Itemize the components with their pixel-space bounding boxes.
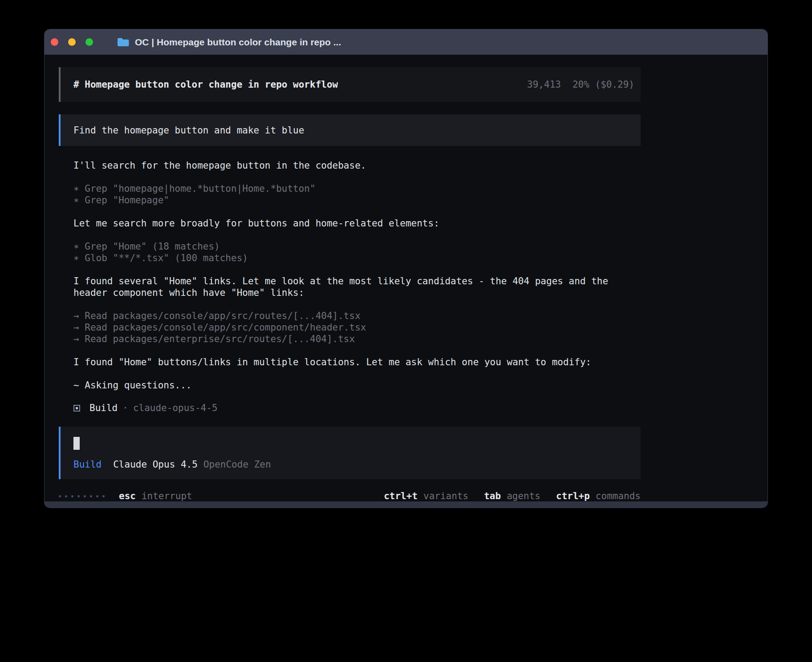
- session-title: # Homepage button color change in repo w…: [73, 79, 338, 90]
- agent-mode-label: Build: [89, 403, 118, 413]
- transcript-line: I found "Home" buttons/links in multiple…: [73, 356, 622, 368]
- transcript-line: [73, 264, 622, 275]
- transcript-line: → Read packages/console/app/src/routes/[…: [73, 310, 622, 322]
- hint-key: tab: [484, 491, 501, 501]
- transcript-line: [73, 368, 622, 379]
- hint-key: ctrl+p: [556, 491, 590, 501]
- spinner-dot: [96, 495, 98, 497]
- traffic-lights: [51, 38, 103, 46]
- footer-hints: ctrl+tvariantstabagentsctrl+pcommands: [368, 491, 641, 501]
- input-status-row: BuildClaude Opus 4.5OpenCode Zen: [73, 459, 641, 470]
- spinner-dot: [71, 495, 73, 497]
- spinner-dot: [59, 495, 61, 497]
- spinner-dot: [65, 495, 67, 497]
- folder-icon: [117, 37, 129, 47]
- user-message-text: Find the homepage button and make it blu…: [73, 125, 304, 136]
- transcript-line: I found several "Home" links. Let me loo…: [73, 275, 622, 299]
- interrupt-label: interrupt: [142, 491, 192, 501]
- interrupt-key: esc: [119, 491, 136, 501]
- window-bottom-edge: [45, 501, 767, 508]
- minimize-button[interactable]: [68, 38, 76, 46]
- assistant-transcript: I'll search for the homepage button in t…: [73, 160, 622, 391]
- window-title-group: OC | Homepage button color change in rep…: [117, 37, 341, 48]
- transcript-line: [73, 345, 622, 356]
- token-count: 39,413: [527, 79, 561, 90]
- window-title: OC | Homepage button color change in rep…: [135, 37, 341, 48]
- input-mode-label: Build: [73, 459, 102, 470]
- transcript-line: [73, 206, 622, 218]
- input-model-label: Claude Opus 4.5: [113, 459, 198, 470]
- terminal-window: OC | Homepage button color change in rep…: [44, 29, 768, 508]
- transcript-line: [73, 299, 622, 310]
- hint-key: ctrl+t: [384, 491, 418, 501]
- spinner-dot: [102, 495, 105, 497]
- hint-label: variants: [423, 491, 468, 501]
- agent-separator: ·: [122, 403, 128, 413]
- transcript-line: ∗ Glob "**/*.tsx" (100 matches): [73, 252, 622, 264]
- spinner-dots: [59, 495, 109, 497]
- context-usage: 20% ($0.29): [572, 79, 634, 90]
- status-footer: esc interrupt ctrl+tvariantstabagentsctr…: [59, 491, 641, 501]
- prompt-input[interactable]: BuildClaude Opus 4.5OpenCode Zen: [59, 427, 641, 479]
- footer-left: esc interrupt: [59, 491, 192, 501]
- text-cursor: [73, 437, 80, 450]
- transcript-line: → Read packages/console/app/src/componen…: [73, 322, 622, 333]
- user-message: Find the homepage button and make it blu…: [59, 114, 641, 146]
- spinner-dot: [84, 495, 86, 497]
- transcript-line: → Read packages/enterprise/src/routes/[.…: [73, 333, 622, 345]
- transcript-line: I'll search for the homepage button in t…: [73, 160, 622, 171]
- close-button[interactable]: [51, 38, 58, 46]
- session-meta: 39,41320% ($0.29): [527, 79, 634, 90]
- transcript-line: ∗ Grep "Homepage": [73, 194, 622, 206]
- hint-label: agents: [507, 491, 540, 501]
- input-provider-label: OpenCode Zen: [203, 459, 271, 470]
- agent-model-label: claude-opus-4-5: [133, 403, 218, 413]
- spinner-dot: [77, 495, 80, 497]
- titlebar: OC | Homepage button color change in rep…: [45, 29, 767, 55]
- transcript-line: Let me search more broadly for buttons a…: [73, 218, 622, 229]
- transcript-line: ∗ Grep "homepage|home.*button|Home.*butt…: [73, 183, 622, 194]
- transcript-line: ~ Asking questions...: [73, 379, 622, 391]
- transcript-line: [73, 171, 622, 183]
- hint-label: commands: [596, 491, 641, 501]
- agent-status-row: Build · claude-opus-4-5: [73, 403, 767, 413]
- session-header: # Homepage button color change in repo w…: [59, 67, 641, 102]
- transcript-line: ∗ Grep "Home" (18 matches): [73, 241, 622, 252]
- terminal-content: # Homepage button color change in repo w…: [45, 55, 767, 501]
- keyboard-hint: tabagents: [484, 491, 540, 501]
- keyboard-hint: ctrl+tvariants: [384, 491, 468, 501]
- transcript-line: [73, 229, 622, 241]
- agent-square-icon: [73, 405, 80, 412]
- keyboard-hint: ctrl+pcommands: [556, 491, 641, 501]
- spinner-dot: [90, 495, 92, 497]
- zoom-button[interactable]: [85, 38, 93, 46]
